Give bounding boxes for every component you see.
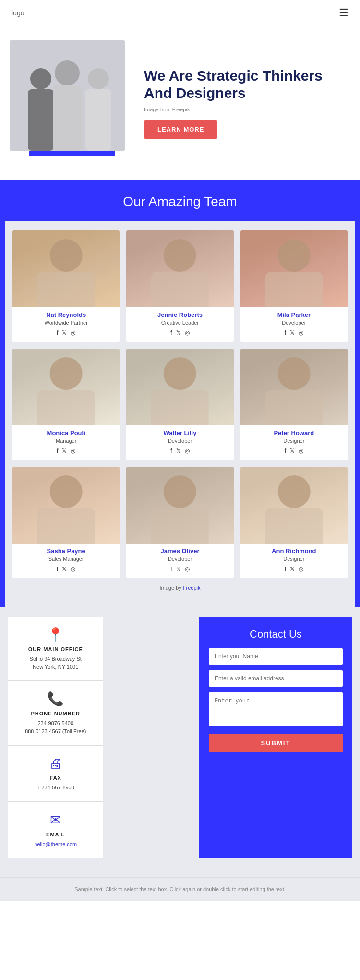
instagram-icon[interactable]: ◎ xyxy=(185,329,190,336)
svg-point-9 xyxy=(50,239,83,272)
facebook-icon[interactable]: f xyxy=(285,448,286,454)
contact-name-input[interactable] xyxy=(209,648,343,665)
member-photo-svg xyxy=(240,467,348,544)
svg-point-21 xyxy=(164,357,196,390)
instagram-icon[interactable]: ◎ xyxy=(299,329,303,336)
svg-rect-7 xyxy=(10,40,125,151)
instagram-icon[interactable]: ◎ xyxy=(71,566,75,572)
team-card: Nat Reynolds Worldwide Partner f 𝕏 ◎ xyxy=(12,230,120,342)
svg-rect-34 xyxy=(265,508,323,544)
team-member-name: Ann Richmond xyxy=(240,547,348,555)
facebook-icon[interactable]: f xyxy=(170,329,172,336)
team-card: Peter Howard Designer f 𝕏 ◎ xyxy=(240,349,348,460)
card-label: PHONE NUMBER xyxy=(15,711,96,716)
card-label: FAX xyxy=(15,775,96,781)
facebook-icon[interactable]: f xyxy=(57,566,58,572)
team-grid-wrapper: Nat Reynolds Worldwide Partner f 𝕏 ◎ Jen… xyxy=(5,221,355,607)
twitter-icon[interactable]: 𝕏 xyxy=(176,448,181,454)
team-section: Our Amazing Team Nat Reynolds Worldwide … xyxy=(0,180,360,607)
svg-point-15 xyxy=(277,239,310,272)
hero-text-block: We Are Strategic Thinkers And Designers … xyxy=(134,67,350,139)
instagram-icon[interactable]: ◎ xyxy=(185,566,190,572)
team-member-name: Nat Reynolds xyxy=(12,311,120,318)
facebook-icon[interactable]: f xyxy=(57,448,58,454)
team-member-socials: f 𝕏 ◎ xyxy=(126,329,233,336)
instagram-icon[interactable]: ◎ xyxy=(299,566,303,572)
hero-image-svg xyxy=(10,40,125,151)
twitter-icon[interactable]: 𝕏 xyxy=(62,566,67,572)
twitter-icon[interactable]: 𝕏 xyxy=(290,329,295,336)
team-member-socials: f 𝕏 ◎ xyxy=(240,448,348,454)
team-member-role: Sales Manager xyxy=(12,556,120,562)
team-card: James Oliver Developer f 𝕏 ◎ xyxy=(126,467,233,578)
twitter-icon[interactable]: 𝕏 xyxy=(62,329,67,336)
contact-info-cards: 📍 OUR MAIN OFFICE SoHo 94 Broadway StNew… xyxy=(8,617,103,858)
twitter-icon[interactable]: 𝕏 xyxy=(62,448,67,454)
team-member-role: Manager xyxy=(12,438,120,444)
team-member-socials: f 𝕏 ◎ xyxy=(12,329,120,336)
learn-more-button[interactable]: LEARN MORE xyxy=(144,120,217,139)
team-member-photo xyxy=(12,349,120,425)
twitter-icon[interactable]: 𝕏 xyxy=(290,448,295,454)
submit-button[interactable]: SUBMIT xyxy=(209,734,343,752)
contact-message-input[interactable] xyxy=(209,692,343,726)
email-link[interactable]: hello@theme.com xyxy=(34,841,77,847)
svg-point-24 xyxy=(277,357,310,390)
facebook-icon[interactable]: f xyxy=(170,566,172,572)
card-text: SoHo 94 Broadway StNew York, NY 1001 xyxy=(15,655,96,671)
team-card: Sasha Payne Sales Manager f 𝕏 ◎ xyxy=(12,467,120,578)
team-member-photo xyxy=(12,467,120,544)
svg-point-33 xyxy=(277,475,310,508)
team-member-socials: f 𝕏 ◎ xyxy=(240,566,348,572)
team-card: Mila Parker Developer f 𝕏 ◎ xyxy=(240,230,348,342)
facebook-icon[interactable]: f xyxy=(57,329,58,336)
facebook-icon[interactable]: f xyxy=(285,329,286,336)
team-member-photo xyxy=(126,230,233,307)
team-member-socials: f 𝕏 ◎ xyxy=(12,566,120,572)
team-section-title: Our Amazing Team xyxy=(5,194,355,221)
member-photo-svg xyxy=(12,230,120,307)
instagram-icon[interactable]: ◎ xyxy=(185,448,190,454)
facebook-icon[interactable]: f xyxy=(285,566,286,572)
card-icon-fax: 🖨 xyxy=(15,755,96,771)
contact-form-panel: Contact Us SUBMIT xyxy=(199,617,352,858)
team-member-photo xyxy=(126,467,233,544)
facebook-icon[interactable]: f xyxy=(170,448,172,454)
instagram-icon[interactable]: ◎ xyxy=(71,329,75,336)
twitter-icon[interactable]: 𝕏 xyxy=(290,566,295,572)
contact-card-phone: 📞 PHONE NUMBER 234-9876-5400888-0123-456… xyxy=(8,681,103,745)
instagram-icon[interactable]: ◎ xyxy=(299,448,303,454)
contact-email-input[interactable] xyxy=(209,670,343,687)
team-member-photo xyxy=(240,467,348,544)
team-card: Monica Pouli Manager f 𝕏 ◎ xyxy=(12,349,120,460)
team-member-role: Developer xyxy=(126,438,233,444)
team-member-role: Worldwide Partner xyxy=(12,320,120,326)
hero-people-image xyxy=(10,40,125,151)
svg-rect-16 xyxy=(265,272,323,307)
team-member-name: Peter Howard xyxy=(240,429,348,436)
hamburger-menu-icon[interactable]: ☰ xyxy=(339,7,348,19)
hero-image-group xyxy=(10,40,134,165)
logo: logo xyxy=(12,9,24,17)
contact-card-fax: 🖨 FAX 1-234-567-8900 xyxy=(8,745,103,802)
freepik-team-link[interactable]: Freepik xyxy=(183,585,201,591)
card-label: EMAIL xyxy=(15,832,96,837)
freepik-link[interactable]: Freepik xyxy=(172,107,190,112)
team-member-role: Designer xyxy=(240,556,348,562)
twitter-icon[interactable]: 𝕏 xyxy=(176,566,181,572)
team-card: Walter Lilly Developer f 𝕏 ◎ xyxy=(126,349,233,460)
svg-rect-19 xyxy=(37,390,95,425)
svg-point-12 xyxy=(164,239,196,272)
svg-rect-28 xyxy=(37,508,95,544)
team-member-name: Sasha Payne xyxy=(12,547,120,555)
team-member-socials: f 𝕏 ◎ xyxy=(12,448,120,454)
twitter-icon[interactable]: 𝕏 xyxy=(176,329,181,336)
team-member-role: Creative Leader xyxy=(126,320,233,326)
hero-image-credit: Image from Freepik xyxy=(144,107,350,112)
team-member-socials: f 𝕏 ◎ xyxy=(126,566,233,572)
card-icon-email: ✉ xyxy=(15,812,96,828)
team-member-role: Developer xyxy=(126,556,233,562)
team-member-socials: f 𝕏 ◎ xyxy=(240,329,348,336)
instagram-icon[interactable]: ◎ xyxy=(71,448,75,454)
member-photo-svg xyxy=(240,349,348,425)
